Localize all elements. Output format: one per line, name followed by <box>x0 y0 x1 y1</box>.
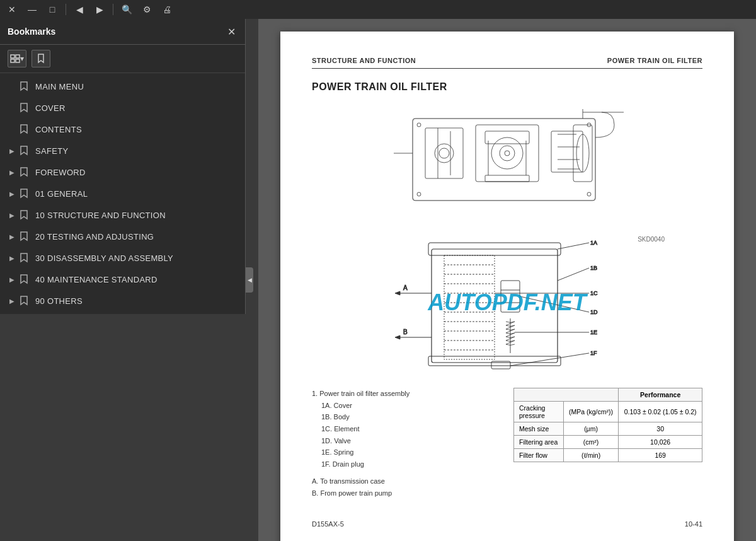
svg-line-63 <box>520 296 589 312</box>
toolbar-separator-2 <box>113 4 113 15</box>
document-area: STRUCTURE AND FUNCTION POWER TRAIN OIL F… <box>258 19 756 541</box>
print-button[interactable]: 🖨 <box>160 3 174 16</box>
bookmark-20-testing[interactable]: ▶ 20 TESTING AND ADJUSTING <box>0 226 245 247</box>
minimize-button[interactable]: — <box>25 3 39 16</box>
svg-marker-33 <box>395 291 400 295</box>
svg-point-14 <box>505 151 510 156</box>
svg-rect-16 <box>485 175 529 182</box>
arrow-10-structure[interactable]: ▶ <box>6 209 18 221</box>
svg-rect-3 <box>16 59 20 62</box>
arrow-safety[interactable]: ▶ <box>6 145 18 156</box>
sidebar-title: Bookmarks <box>8 26 55 37</box>
sidebar-wrapper: Bookmarks ✕ ▾ <box>0 19 246 541</box>
svg-text:1E: 1E <box>590 329 597 335</box>
engine-diagram <box>312 104 702 218</box>
svg-text:1B: 1B <box>590 265 597 271</box>
svg-rect-52 <box>501 281 520 312</box>
parts-item-1e: 1E. Spring <box>312 446 501 458</box>
table-cell-cracking-label: Crackingpressure <box>514 402 564 422</box>
nav-forward-button[interactable]: ▶ <box>93 3 106 16</box>
sidebar-collapse-toggle[interactable]: ◀ <box>246 267 253 293</box>
parts-item-1d: 1D. Valve <box>312 435 501 447</box>
bookmark-label-safety: SAFETY <box>35 146 68 156</box>
sidebar-close-button[interactable]: ✕ <box>225 25 238 38</box>
bookmark-safety[interactable]: ▶ SAFETY <box>0 140 245 161</box>
filter-diagram: A B <box>312 230 702 375</box>
svg-line-57 <box>558 243 589 249</box>
bookmark-icon-safety <box>18 144 30 157</box>
bookmark-label-90-others: 90 OTHERS <box>35 296 83 306</box>
parts-item-a: A. To transmission case <box>312 475 501 487</box>
bookmark-40-maintenance[interactable]: ▶ 40 MAINTENANCE STANDARD <box>0 269 245 290</box>
svg-line-67 <box>510 353 589 366</box>
main-area: Bookmarks ✕ ▾ <box>0 19 756 541</box>
arrow-01-general[interactable]: ▶ <box>6 188 18 199</box>
bookmark-30-disassembly[interactable]: ▶ 30 DISASSEMBLY AND ASSEMBLY <box>0 247 245 269</box>
table-cell-flow-unit: (ℓ/min) <box>563 449 619 462</box>
bookmark-main-menu[interactable]: MAIN MENU <box>0 76 245 97</box>
zoom-in-button[interactable]: 🔍 <box>120 3 134 16</box>
table-cell-mesh-unit: (μm) <box>563 422 619 436</box>
bookmark-label-main-menu: MAIN MENU <box>35 82 84 91</box>
settings-button[interactable]: ⚙ <box>140 3 154 16</box>
parts-list: 1. Power train oil filter assembly 1A. C… <box>312 388 501 499</box>
parts-item-1b: 1B. Body <box>312 411 501 423</box>
bookmark-label-10-structure: 10 STRUCTURE AND FUNCTION <box>35 211 166 220</box>
svg-marker-36 <box>395 335 400 339</box>
sidebar-toolbar: ▾ <box>0 45 245 73</box>
svg-text:1A: 1A <box>590 240 597 246</box>
maximize-button[interactable]: □ <box>45 3 59 16</box>
svg-point-29 <box>417 192 421 196</box>
sidebar-header: Bookmarks ✕ <box>0 19 245 45</box>
performance-table-container: Performance Crackingpressure (MPa (kg/cm… <box>513 388 702 499</box>
sidebar-view-button[interactable]: ▾ <box>8 50 26 67</box>
bookmark-icon-30-disassembly <box>18 252 30 264</box>
bookmark-icon-cover <box>18 102 30 114</box>
page-footer-model: D155AX-5 <box>312 520 344 528</box>
arrow-30-disassembly[interactable]: ▶ <box>6 252 18 264</box>
table-row-mesh: Mesh size (μm) 30 <box>514 422 702 436</box>
table-cell-filtering-unit: (cm²) <box>563 436 619 449</box>
bookmark-label-20-testing: 20 TESTING AND ADJUSTING <box>35 232 154 241</box>
table-cell-cracking-value: 0.103 ± 0.02 (1.05 ± 0.2) <box>619 402 702 422</box>
bookmark-label-foreword: FOREWORD <box>35 168 86 177</box>
back-button[interactable]: ✕ <box>5 3 19 16</box>
nav-back-button[interactable]: ◀ <box>72 3 86 16</box>
svg-point-13 <box>500 146 515 161</box>
table-cell-filtering-label: Filtering area <box>514 436 564 449</box>
svg-point-12 <box>491 137 523 169</box>
bookmark-icon-20-testing <box>18 230 30 243</box>
svg-rect-1 <box>16 55 20 58</box>
arrow-foreword[interactable]: ▶ <box>6 166 18 178</box>
svg-rect-0 <box>11 55 14 58</box>
arrow-20-testing[interactable]: ▶ <box>6 231 18 242</box>
table-cell-mesh-value: 30 <box>619 422 702 436</box>
bookmarks-list[interactable]: MAIN MENU COVER CONTENTS ▶ <box>0 73 245 314</box>
toolbar: ✕ — □ ◀ ▶ 🔍 ⚙ 🖨 <box>0 0 756 19</box>
page-header-right: POWER TRAIN OIL FILTER <box>607 57 702 64</box>
svg-text:1C: 1C <box>590 290 598 296</box>
bookmark-contents[interactable]: CONTENTS <box>0 119 245 140</box>
page-container: STRUCTURE AND FUNCTION POWER TRAIN OIL F… <box>280 32 734 541</box>
table-row-cracking: Crackingpressure (MPa (kg/cm²)) 0.103 ± … <box>514 402 702 422</box>
table-row-flow: Filter flow (ℓ/min) 169 <box>514 449 702 462</box>
bookmark-10-structure[interactable]: ▶ 10 STRUCTURE AND FUNCTION <box>0 204 245 226</box>
table-cell-filtering-value: 10,026 <box>619 436 702 449</box>
performance-table: Performance Crackingpressure (MPa (kg/cm… <box>513 388 702 462</box>
bookmark-icon-10-structure <box>18 209 30 221</box>
arrow-40-maintenance[interactable]: ▶ <box>6 274 18 285</box>
arrow-90-others[interactable]: ▶ <box>6 295 18 306</box>
svg-text:A: A <box>403 284 408 291</box>
table-row-filtering: Filtering area (cm²) 10,026 <box>514 436 702 449</box>
bookmark-01-general[interactable]: ▶ 01 GENERAL <box>0 183 245 204</box>
bookmark-foreword[interactable]: ▶ FOREWORD <box>0 161 245 183</box>
bookmark-label-30-disassembly: 30 DISASSEMBLY AND ASSEMBLY <box>35 253 173 263</box>
sidebar-bookmark-button[interactable] <box>32 50 50 67</box>
bookmark-90-others[interactable]: ▶ 90 OTHERS <box>0 290 245 311</box>
page-footer: D155AX-5 10-41 <box>312 518 702 528</box>
svg-rect-5 <box>425 128 463 178</box>
bookmark-icon-01-general <box>18 187 30 200</box>
bookmark-icon-main-menu <box>18 80 30 93</box>
bookmark-cover[interactable]: COVER <box>0 97 245 119</box>
page-title: POWER TRAIN OIL FILTER <box>312 81 702 93</box>
